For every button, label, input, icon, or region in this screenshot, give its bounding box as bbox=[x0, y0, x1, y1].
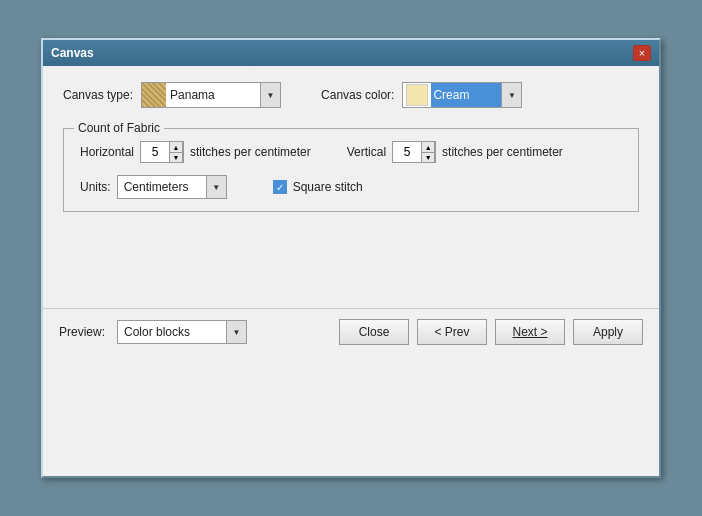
preview-label: Preview: bbox=[59, 325, 105, 339]
preview-arrow[interactable]: ▼ bbox=[226, 321, 246, 343]
square-stitch-label: Square stitch bbox=[293, 180, 363, 194]
square-stitch-group: ✓ Square stitch bbox=[273, 180, 363, 194]
horizontal-suffix: stitches per centimeter bbox=[190, 145, 311, 159]
prev-button-label: < Prev bbox=[434, 325, 469, 339]
canvas-type-value: Panama bbox=[166, 88, 260, 102]
fabric-row-2: Units: Centimeters ▼ ✓ Square stitch bbox=[80, 175, 622, 199]
canvas-color-group: Canvas color: Cream ▼ bbox=[321, 82, 522, 108]
preview-select[interactable]: Color blocks ▼ bbox=[117, 320, 247, 344]
units-label: Units: bbox=[80, 180, 111, 194]
units-value: Centimeters bbox=[118, 180, 206, 194]
units-select[interactable]: Centimeters ▼ bbox=[117, 175, 227, 199]
apply-button[interactable]: Apply bbox=[573, 319, 643, 345]
title-bar: Canvas × bbox=[43, 40, 659, 66]
canvas-dialog: Canvas × Canvas type: Panama ▼ Canvas co… bbox=[41, 38, 661, 478]
window-title: Canvas bbox=[51, 46, 94, 60]
vertical-label: Vertical bbox=[347, 145, 386, 159]
vertical-spin[interactable]: 5 ▲ ▼ bbox=[392, 141, 436, 163]
vertical-suffix: stitches per centimeter bbox=[442, 145, 563, 159]
canvas-type-group: Canvas type: Panama ▼ bbox=[63, 82, 281, 108]
canvas-type-label: Canvas type: bbox=[63, 88, 133, 102]
window-content: Canvas type: Panama ▼ Canvas color: Crea… bbox=[43, 66, 659, 308]
canvas-type-arrow[interactable]: ▼ bbox=[260, 83, 280, 107]
horizontal-spin[interactable]: 5 ▲ ▼ bbox=[140, 141, 184, 163]
canvas-type-texture bbox=[142, 83, 166, 107]
canvas-color-label: Canvas color: bbox=[321, 88, 394, 102]
vertical-spin-buttons: ▲ ▼ bbox=[421, 141, 435, 163]
checkbox-check-icon: ✓ bbox=[276, 182, 284, 193]
close-button[interactable]: Close bbox=[339, 319, 409, 345]
horizontal-label: Horizontal bbox=[80, 145, 134, 159]
fabric-legend: Count of Fabric bbox=[74, 121, 164, 135]
bottom-bar: Preview: Color blocks ▼ Close < Prev Nex… bbox=[43, 308, 659, 355]
square-stitch-checkbox[interactable]: ✓ bbox=[273, 180, 287, 194]
vertical-spin-down[interactable]: ▼ bbox=[421, 152, 435, 163]
canvas-color-select[interactable]: Cream ▼ bbox=[402, 82, 522, 108]
canvas-color-swatch bbox=[406, 84, 428, 106]
canvas-type-select[interactable]: Panama ▼ bbox=[141, 82, 281, 108]
next-button[interactable]: Next > bbox=[495, 319, 565, 345]
horizontal-spin-down[interactable]: ▼ bbox=[169, 152, 183, 163]
horizontal-value[interactable]: 5 bbox=[141, 142, 169, 162]
horizontal-spin-buttons: ▲ ▼ bbox=[169, 141, 183, 163]
fabric-group: Count of Fabric Horizontal 5 ▲ ▼ stitche… bbox=[63, 128, 639, 212]
spacer bbox=[63, 232, 639, 292]
vertical-value[interactable]: 5 bbox=[393, 142, 421, 162]
close-window-button[interactable]: × bbox=[633, 45, 651, 61]
canvas-options-row: Canvas type: Panama ▼ Canvas color: Crea… bbox=[63, 82, 639, 108]
horizontal-spin-up[interactable]: ▲ bbox=[169, 141, 183, 152]
vertical-spin-up[interactable]: ▲ bbox=[421, 141, 435, 152]
prev-button[interactable]: < Prev bbox=[417, 319, 487, 345]
next-button-label: Next > bbox=[512, 325, 547, 339]
fabric-row-1: Horizontal 5 ▲ ▼ stitches per centimeter… bbox=[80, 141, 622, 163]
preview-value: Color blocks bbox=[118, 325, 226, 339]
canvas-color-value: Cream bbox=[431, 83, 501, 107]
canvas-color-arrow[interactable]: ▼ bbox=[501, 83, 521, 107]
units-arrow[interactable]: ▼ bbox=[206, 176, 226, 198]
